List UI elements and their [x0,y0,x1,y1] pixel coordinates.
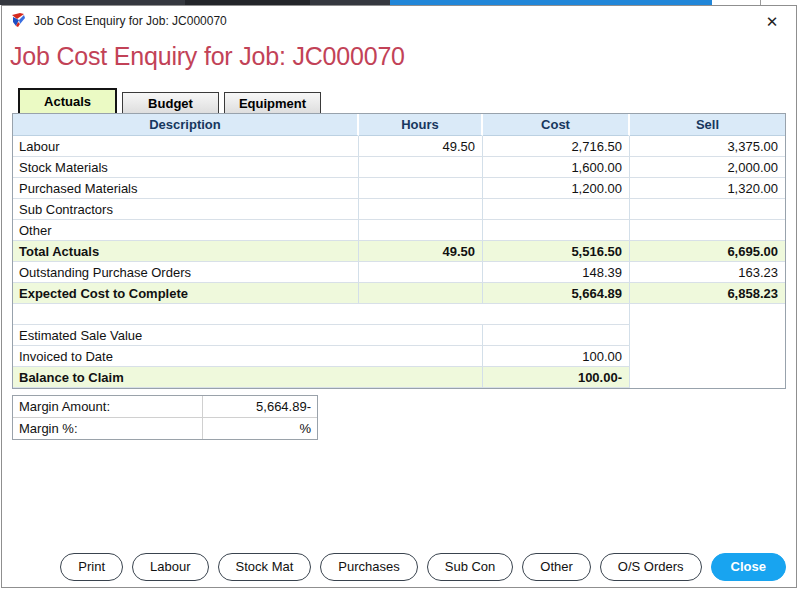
cell-sell: 6,858.23 [630,283,785,304]
cell-sell: 3,375.00 [630,136,785,157]
title-bar[interactable]: Job Cost Enquiry for Job: JC000070 ✕ [2,6,796,36]
cell-cost: 1,600.00 [483,157,630,178]
cell-cost: 100.00 [483,346,630,367]
margin-value: % [203,418,317,439]
screen: Job Cost Enquiry for Job: JC000070 ✕ Job… [0,0,798,590]
cell-description: Estimated Sale Value [13,325,483,346]
cell-sell [630,199,785,220]
table-row: Other [13,220,785,241]
cell-hours [359,157,483,178]
cell-description: Expected Cost to Complete [13,283,359,304]
cell-sell: 6,695.00 [630,241,785,262]
app-logo-icon [11,12,27,28]
o-s-orders-button[interactable]: O/S Orders [600,553,702,581]
tab-equipment[interactable]: Equipment [224,92,321,113]
tab-budget[interactable]: Budget [122,92,219,113]
stock-mat-button[interactable]: Stock Mat [218,553,312,581]
cell-description: Sub Contractors [13,199,359,220]
labour-button[interactable]: Labour [132,553,208,581]
close-icon[interactable]: ✕ [762,12,782,32]
cell-description: Balance to Claim [13,367,483,388]
cell-hours [359,262,483,283]
cell-cost: 5,516.50 [483,241,630,262]
cell-cost: 100.00- [483,367,630,388]
cell-cost: 2,716.50 [483,136,630,157]
cell-cost: 5,664.89 [483,283,630,304]
cell-cost: 148.39 [483,262,630,283]
cell-sell: 1,320.00 [630,178,785,199]
cell-description: Total Actuals [13,241,359,262]
cell-sell: 163.23 [630,262,785,283]
page-title: Job Cost Enquiry for Job: JC000070 [10,42,405,71]
other-button[interactable]: Other [522,553,591,581]
table-row: Balance to Claim100.00- [13,367,785,388]
table-spacer-row [13,304,785,325]
table-row: Expected Cost to Complete5,664.896,858.2… [13,283,785,304]
cell-description: Labour [13,136,359,157]
column-header-description: Description [13,114,359,136]
purchases-button[interactable]: Purchases [320,553,417,581]
cell-description: Purchased Materials [13,178,359,199]
table-header-row: DescriptionHoursCostSell [13,114,785,136]
cell-hours [359,283,483,304]
table-row: Total Actuals49.505,516.506,695.00 [13,241,785,262]
cell-description: Outstanding Purchase Orders [13,262,359,283]
margin-row: Margin Amount:5,664.89- [13,396,317,418]
cell-cost [483,220,630,241]
margin-value: 5,664.89- [203,396,317,417]
column-header-hours: Hours [359,114,483,136]
job-cost-table: DescriptionHoursCostSell Labour49.502,71… [12,113,786,389]
cell-description: Stock Materials [13,157,359,178]
tab-strip: ActualsBudgetEquipment [18,86,326,115]
cell-hours: 49.50 [359,241,483,262]
table-row: Invoiced to Date100.00 [13,346,785,367]
table-row: Purchased Materials1,200.001,320.00 [13,178,785,199]
table-row: Stock Materials1,600.002,000.00 [13,157,785,178]
sub-con-button[interactable]: Sub Con [427,553,514,581]
table-row: Outstanding Purchase Orders148.39163.23 [13,262,785,283]
cell-description: Other [13,220,359,241]
margin-label: Margin Amount: [13,396,203,417]
cell-sell: 2,000.00 [630,157,785,178]
cell-hours [359,199,483,220]
close-button[interactable]: Close [711,553,786,581]
cell-description: Invoiced to Date [13,346,483,367]
button-bar: PrintLabourStock MatPurchasesSub ConOthe… [12,552,786,581]
job-cost-enquiry-dialog: Job Cost Enquiry for Job: JC000070 ✕ Job… [1,5,797,588]
table-row: Estimated Sale Value [13,325,785,346]
cell-cost [483,199,630,220]
window-title: Job Cost Enquiry for Job: JC000070 [34,14,227,28]
cell-blank [13,304,630,325]
table-claim-section: Estimated Sale ValueInvoiced to Date100.… [13,304,785,388]
margin-label: Margin %: [13,418,203,439]
tab-actuals[interactable]: Actuals [18,88,117,113]
cell-sell [630,220,785,241]
column-header-cost: Cost [483,114,630,136]
cell-hours [359,178,483,199]
table-row: Labour49.502,716.503,375.00 [13,136,785,157]
column-header-sell: Sell [630,114,785,136]
cell-cost: 1,200.00 [483,178,630,199]
table-body: Labour49.502,716.503,375.00Stock Materia… [13,136,785,304]
margin-row: Margin %:% [13,418,317,439]
cell-hours: 49.50 [359,136,483,157]
table-row: Sub Contractors [13,199,785,220]
print-button[interactable]: Print [60,553,123,581]
cell-hours [359,220,483,241]
margin-summary-box: Margin Amount:5,664.89-Margin %:% [12,395,318,440]
cell-cost [483,325,630,346]
